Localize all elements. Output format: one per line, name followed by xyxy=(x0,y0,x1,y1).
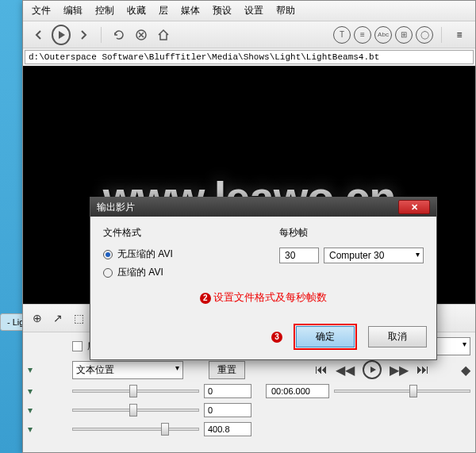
row-toggle-icon[interactable]: ▾ xyxy=(28,386,33,397)
step2-badge: 2 xyxy=(200,293,211,304)
radio-compressed-label: 压缩的 AVI xyxy=(117,266,163,279)
layer-tool-icon[interactable]: ≡ xyxy=(354,26,371,44)
menu-edit[interactable]: 编辑 xyxy=(59,2,87,19)
fps-label: 每秒帧 xyxy=(279,226,424,240)
text-tool-icon[interactable]: T xyxy=(333,26,351,44)
value-x[interactable]: 0 xyxy=(204,384,251,398)
menubar: 文件 编辑 控制 收藏 层 媒体 预设 设置 帮助 xyxy=(23,1,475,21)
export-icon[interactable]: ↗ xyxy=(50,310,66,326)
refresh-button[interactable] xyxy=(109,25,129,44)
menu-media[interactable]: 媒体 xyxy=(176,2,205,19)
fps-select[interactable]: Computer 30 xyxy=(324,248,424,263)
transport-controls: ⏮ ◀◀ ▶▶ ⏭ ◆ xyxy=(315,360,470,379)
reset-button[interactable]: 重置 xyxy=(209,361,245,379)
add-icon[interactable]: ⊕ xyxy=(29,310,45,326)
home-button[interactable] xyxy=(154,25,173,44)
menu-fav[interactable]: 收藏 xyxy=(122,2,151,19)
value-z[interactable]: 400.8 xyxy=(204,422,251,436)
menu-layer[interactable]: 层 xyxy=(154,2,173,19)
ok-button[interactable]: 确定 xyxy=(296,326,355,347)
crop-icon[interactable]: ⬚ xyxy=(71,310,86,326)
menu-control[interactable]: 控制 xyxy=(90,2,119,19)
collapse-icon[interactable]: ▾ xyxy=(28,364,33,375)
play-transport-button[interactable] xyxy=(363,360,382,379)
export-dialog: 输出影片 ✕ 文件格式 无压缩的 AVI 压缩的 AVI 每秒帧 30 Comp… xyxy=(90,197,437,360)
all-layers-checkbox[interactable] xyxy=(72,341,83,351)
goto-start-button[interactable]: ⏮ xyxy=(315,363,328,377)
timeline-slider[interactable] xyxy=(334,390,470,393)
stop-button[interactable] xyxy=(132,25,151,44)
forward-button[interactable] xyxy=(74,25,93,44)
back-button[interactable] xyxy=(29,25,48,44)
abc-tool-icon[interactable]: Abc xyxy=(374,26,392,44)
cancel-button[interactable]: 取消 xyxy=(368,326,427,347)
annotation-text: 2 设置文件格式及每秒帧数 xyxy=(103,290,424,305)
grid-tool-icon[interactable]: ⊞ xyxy=(395,26,413,44)
radio-compressed[interactable] xyxy=(103,268,113,278)
close-button[interactable]: ✕ xyxy=(398,200,430,214)
key-button[interactable]: ◆ xyxy=(461,363,470,378)
radio-uncompressed[interactable] xyxy=(103,250,113,259)
menu-icon[interactable]: ≡ xyxy=(450,25,469,44)
goto-end-button[interactable]: ⏭ xyxy=(416,363,429,377)
path-bar[interactable]: d:\Outerspace Software\BluffTitler\Media… xyxy=(25,50,474,64)
menu-preset[interactable]: 预设 xyxy=(208,2,236,19)
dialog-title-text: 输出影片 xyxy=(97,201,135,214)
step3-badge: 3 xyxy=(271,332,282,343)
property-select[interactable]: 文本位置 xyxy=(72,361,183,379)
prev-frame-button[interactable]: ◀◀ xyxy=(336,363,355,378)
main-toolbar: T ≡ Abc ⊞ ◯ ≡ xyxy=(23,21,475,48)
radio-uncompressed-label: 无压缩的 AVI xyxy=(117,248,173,261)
menu-settings[interactable]: 设置 xyxy=(240,2,268,19)
file-format-label: 文件格式 xyxy=(103,226,248,240)
row-toggle-icon[interactable]: ▾ xyxy=(28,405,33,416)
menu-file[interactable]: 文件 xyxy=(27,2,56,19)
dialog-titlebar[interactable]: 输出影片 ✕ xyxy=(90,198,436,217)
circle-tool-icon[interactable]: ◯ xyxy=(416,26,433,44)
menu-help[interactable]: 帮助 xyxy=(271,2,300,19)
slider-z[interactable] xyxy=(72,428,199,431)
row-toggle-icon[interactable]: ▾ xyxy=(28,424,33,435)
fps-input[interactable]: 30 xyxy=(279,248,319,263)
play-icon xyxy=(370,367,376,373)
ok-highlight: 确定 xyxy=(294,324,357,350)
play-icon xyxy=(52,25,71,45)
play-button[interactable] xyxy=(52,25,71,44)
slider-y[interactable] xyxy=(72,409,199,412)
timecode-field[interactable]: 00:06.000 xyxy=(266,384,329,398)
slider-x[interactable] xyxy=(72,390,199,393)
value-y[interactable]: 0 xyxy=(204,403,251,417)
next-frame-button[interactable]: ▶▶ xyxy=(390,363,409,378)
